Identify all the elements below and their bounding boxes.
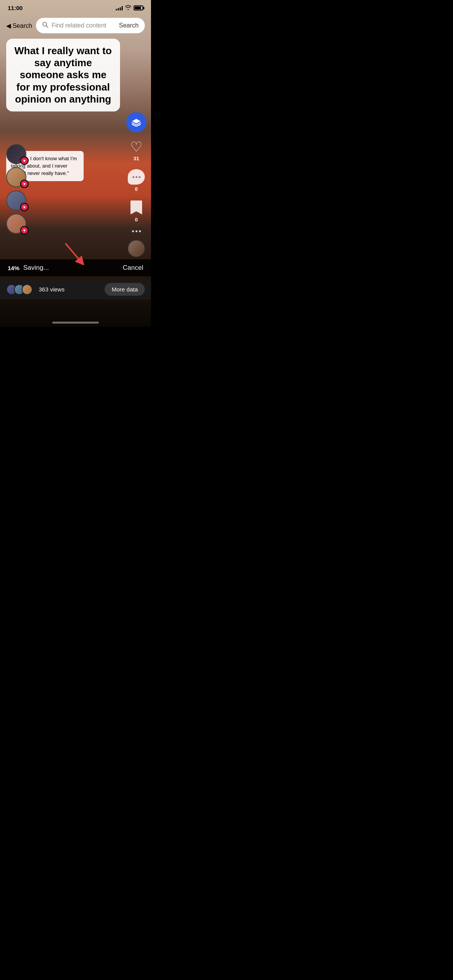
save-left-section: 14% Saving... <box>8 264 49 272</box>
comment-count: 0 <box>135 186 137 192</box>
creator-avatar-image <box>128 240 145 257</box>
liker-item[interactable]: ♥ <box>6 144 28 164</box>
search-button[interactable]: Search <box>119 22 139 29</box>
viewer-avatar-3 <box>22 284 33 295</box>
views-bar: 363 views More data <box>0 279 151 300</box>
save-status-text: Saving... <box>23 264 49 272</box>
cancel-button[interactable]: Cancel <box>123 264 143 272</box>
more-data-button[interactable]: More data <box>105 283 145 296</box>
liker-item[interactable]: ♥ <box>6 167 28 187</box>
bookmark-icon <box>129 200 143 215</box>
svg-line-3 <box>66 244 81 262</box>
bookmark-button[interactable]: 0 <box>129 200 143 223</box>
status-bar: 11:00 <box>0 0 151 13</box>
search-bar[interactable]: Find related content Search <box>36 18 145 33</box>
heart-badge-1: ♥ <box>20 156 29 165</box>
signal-icon <box>116 6 123 10</box>
video-caption-text: What I really want to say anytime someon… <box>14 45 112 105</box>
svg-line-1 <box>46 26 48 28</box>
more-dots-icon <box>132 230 141 232</box>
wifi-icon <box>125 5 131 11</box>
comment-bubble-icon <box>128 169 145 185</box>
viewer-avatars <box>6 284 29 295</box>
views-left-section: 363 views <box>6 284 65 295</box>
back-label: ◀ Search <box>6 22 32 29</box>
like-count: 31 <box>134 156 139 161</box>
search-icon <box>42 22 48 29</box>
like-button[interactable]: ♡ 31 <box>130 140 142 161</box>
heart-icon: ♡ <box>130 140 142 154</box>
status-icons <box>116 5 143 11</box>
duet-button[interactable] <box>126 112 146 132</box>
comment-dots <box>132 176 141 178</box>
heart-badge-2: ♥ <box>20 180 29 188</box>
heart-badge-4: ♥ <box>20 226 29 235</box>
heart-badge-3: ♥ <box>20 203 29 211</box>
back-button[interactable]: ◀ Search <box>6 22 32 29</box>
nav-bar: ◀ Search Find related content Search <box>0 15 151 36</box>
home-indicator <box>52 322 99 324</box>
more-button[interactable] <box>132 230 141 232</box>
liker-item[interactable]: ♥ <box>6 190 28 211</box>
save-percent: 14% <box>8 265 19 271</box>
bookmark-count: 0 <box>135 217 137 223</box>
views-count: 363 views <box>39 286 65 293</box>
creator-avatar[interactable] <box>128 240 145 257</box>
arrow-down-icon <box>62 242 85 265</box>
left-likers-list: ♥ ♥ ♥ ♥ <box>6 144 28 234</box>
video-caption-box: What I really want to say anytime someon… <box>6 39 120 111</box>
search-placeholder: Find related content <box>51 22 116 29</box>
liker-item[interactable]: ♥ <box>6 214 28 234</box>
status-time: 11:00 <box>8 5 22 11</box>
right-action-sidebar: ♡ 31 0 0 <box>126 112 146 257</box>
layers-icon-circle <box>126 112 146 132</box>
save-arrow-indicator <box>62 242 85 267</box>
battery-icon <box>134 5 143 10</box>
comment-button[interactable]: 0 <box>128 169 145 192</box>
